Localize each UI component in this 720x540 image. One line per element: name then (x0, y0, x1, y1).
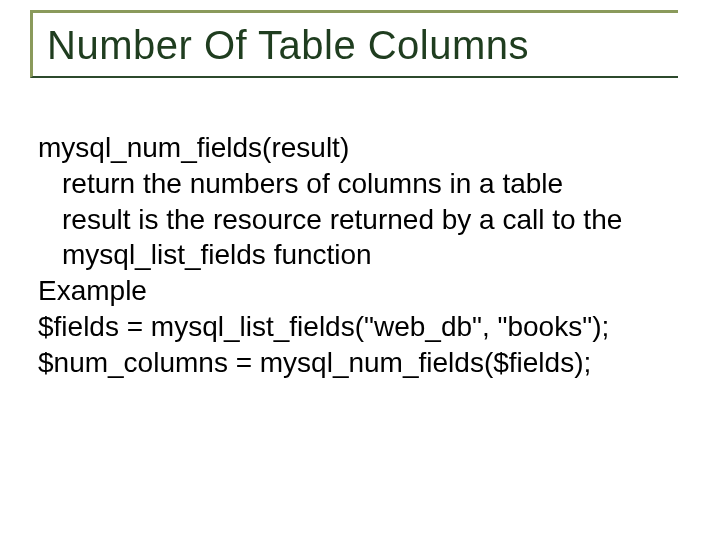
slide-title: Number Of Table Columns (47, 23, 678, 68)
body-line: mysql_list_fields function (38, 237, 678, 273)
slide-body: mysql_num_fields(result) return the numb… (38, 130, 678, 381)
body-line: $fields = mysql_list_fields("web_db", "b… (38, 309, 678, 345)
slide: Number Of Table Columns mysql_num_fields… (0, 0, 720, 540)
body-line: $num_columns = mysql_num_fields($fields)… (38, 345, 678, 381)
body-line: mysql_num_fields(result) (38, 130, 678, 166)
title-box: Number Of Table Columns (30, 10, 678, 78)
body-line: result is the resource returned by a cal… (38, 202, 678, 238)
body-line: return the numbers of columns in a table (38, 166, 678, 202)
body-line: Example (38, 273, 678, 309)
